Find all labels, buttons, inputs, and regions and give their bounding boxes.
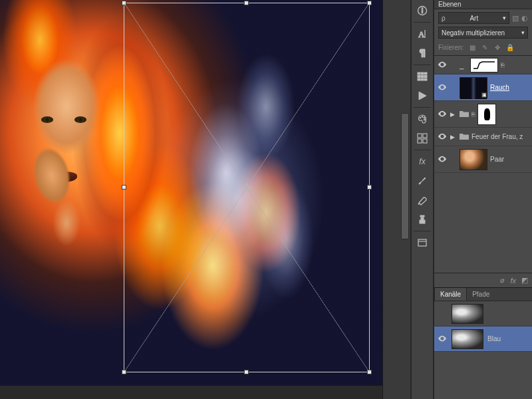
layer-name[interactable]: Rauch [490,84,509,91]
layer-row-paar[interactable]: Paar [434,146,532,173]
svg-point-17 [424,117,425,118]
properties-panel-icon[interactable] [413,234,432,251]
visibility-eye-icon[interactable] [437,154,448,164]
add-mask-icon[interactable]: ◩ [521,276,528,285]
layer-mask-link-icon[interactable]: ⎘ [471,111,475,118]
navigator-panel-icon[interactable] [413,130,432,147]
filter-image-icon[interactable]: ▧ [512,14,519,23]
layer-mask-thumbnail[interactable] [477,104,496,125]
tab-channels[interactable]: Kanäle [434,288,467,301]
info-panel-icon[interactable] [413,2,432,19]
svg-point-18 [424,119,425,120]
svg-rect-9 [421,76,424,78]
folder-icon [460,132,469,142]
svg-marker-14 [419,92,426,100]
collapsed-panels-strip: A fx [411,0,434,399]
svg-rect-26 [418,239,426,246]
svg-rect-5 [418,72,420,74]
brush-panel-icon[interactable] [413,172,432,190]
folder-icon [460,110,469,119]
layer-name[interactable]: Feuer der Frau, z [471,133,523,140]
layer-thumbnail[interactable]: ▣ [460,77,487,98]
svg-point-15 [420,117,421,118]
svg-rect-22 [423,139,427,143]
histogram-panel-icon[interactable] [413,68,432,85]
channels-panel: Kanäle Pfade Blau [434,287,532,352]
layer-row-rauch[interactable]: ▣ Rauch [434,74,532,101]
link-layers-icon[interactable]: ⌀ [500,276,505,285]
svg-rect-25 [420,215,424,217]
svg-rect-8 [418,76,420,78]
clone-source-icon[interactable] [413,211,432,228]
layer-filter-kind-dropdown[interactable]: ρ Art ▾ [438,12,509,24]
tab-paths[interactable]: Pfade [467,288,495,301]
lock-transparency-icon[interactable]: ▦ [467,43,477,53]
layers-empty-area[interactable] [434,173,532,273]
layer-thumbnail[interactable] [460,149,487,170]
layers-panel-footer: ⌀ fx ◩ [434,273,532,287]
smoke-overlay [146,27,359,332]
styles-fx-icon[interactable]: fx [413,153,432,170]
channel-name: Blau [487,335,501,342]
svg-rect-1 [422,10,423,13]
lock-pixels-icon[interactable]: ✎ [479,43,490,53]
actions-play-icon[interactable] [413,87,432,104]
brush-settings-icon[interactable] [413,192,432,209]
svg-rect-10 [424,76,427,78]
svg-rect-11 [418,78,420,80]
layers-panel-title[interactable]: Ebenen [434,0,532,9]
lock-all-icon[interactable]: 🔒 [505,43,515,53]
layer-lock-row: Fixieren: ▦ ✎ ✥ 🔒 [434,41,532,55]
smart-object-badge-icon: ▣ [481,92,487,98]
layers-list: ⎯ ⎘ ▣ Rauch ▶ ⎘ ▶ Feu [434,55,532,287]
svg-rect-2 [422,8,423,9]
layer-mask-link-icon[interactable]: ⎘ [501,62,504,68]
svg-rect-21 [418,139,422,143]
visibility-eye-icon[interactable] [437,132,448,142]
character-panel-icon[interactable]: A [413,25,432,43]
paragraph-panel-icon[interactable] [413,45,432,62]
layer-fx-icon[interactable]: fx [510,277,516,285]
adjustment-thumbnail[interactable] [470,58,498,72]
face-eye-right [74,116,86,123]
link-icon: ⎯ [460,61,467,69]
svg-rect-24 [421,217,424,220]
visibility-eye-icon[interactable] [437,109,448,119]
svg-rect-23 [420,220,425,223]
blend-mode-value: Negativ multiplizieren [442,29,505,37]
lock-position-icon[interactable]: ✥ [492,43,503,53]
right-panel-column: Ebenen ρ Art ▾ ▧ ◐ Negativ multipliziere… [434,0,532,399]
swatches-panel-icon[interactable] [413,110,432,128]
blend-mode-dropdown[interactable]: Negativ multiplizieren ▾ [438,27,528,39]
svg-text:A: A [418,29,425,39]
svg-rect-13 [424,78,427,80]
scrollbar-thumb[interactable] [401,113,409,239]
svg-rect-12 [421,78,424,80]
svg-rect-7 [424,72,427,74]
layer-row-adjustment[interactable]: ⎯ ⎘ [434,56,532,74]
channels-tabs: Kanäle Pfade [434,288,532,301]
svg-rect-19 [418,134,422,138]
visibility-eye-icon[interactable] [437,60,448,70]
channel-thumbnail[interactable] [452,329,483,349]
expand-triangle-icon[interactable]: ▶ [450,134,457,140]
visibility-eye-icon[interactable] [437,82,448,92]
channel-thumbnail[interactable] [452,304,483,324]
panel-divider[interactable] [382,0,400,399]
lock-label: Fixieren: [438,44,464,51]
layer-name[interactable]: Paar [490,156,504,163]
expand-triangle-icon[interactable]: ▶ [450,111,457,118]
channel-row[interactable] [434,301,532,327]
layer-row-group-masked[interactable]: ▶ ⎘ [434,101,532,128]
filter-adjust-icon[interactable]: ◐ [521,14,528,23]
visibility-eye-icon[interactable] [437,334,448,344]
layer-filter-kind-label: Art [469,15,478,22]
channel-row-blau[interactable]: Blau [434,327,532,352]
svg-rect-6 [421,72,424,74]
face-eye-left [41,116,53,123]
layer-row-feuer-group[interactable]: ▶ Feuer der Frau, z [434,128,532,146]
svg-point-16 [422,116,423,118]
document-canvas[interactable] [0,0,382,386]
canvas-composite-image [0,0,382,386]
vertical-scrollbar[interactable] [400,0,410,399]
